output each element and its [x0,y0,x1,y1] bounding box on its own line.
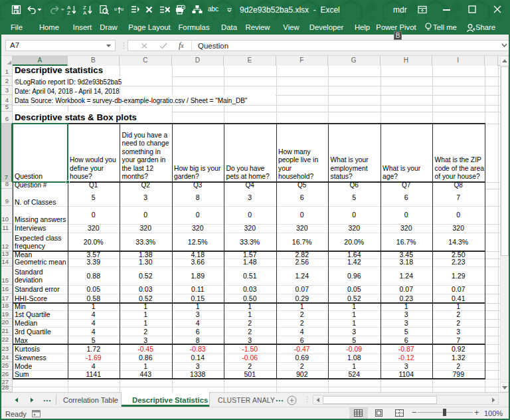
svg-text:u: u [114,7,117,11]
svg-text:Z: Z [67,10,70,15]
svg-text:A: A [83,10,87,15]
svg-text:u: u [121,7,124,11]
